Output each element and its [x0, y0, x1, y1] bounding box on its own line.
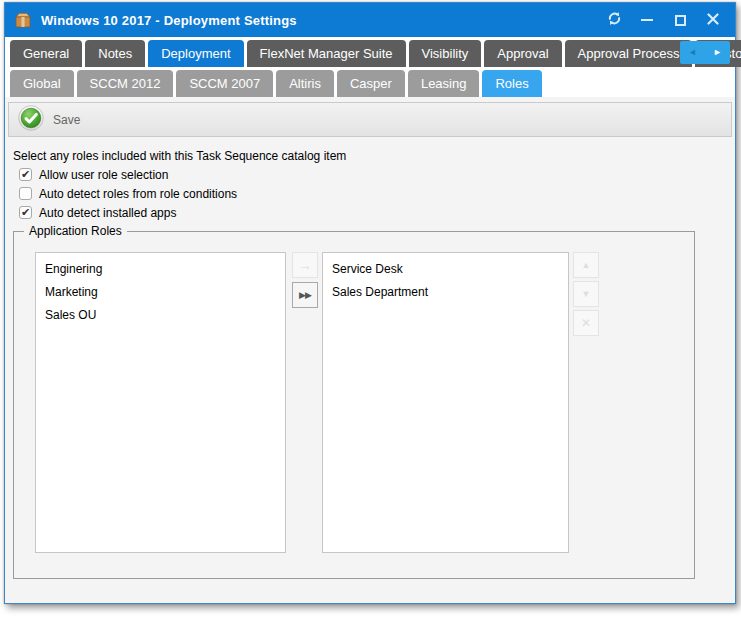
available-roles-list[interactable]: Enginering Marketing Sales OU: [35, 252, 286, 553]
available-role-item[interactable]: Marketing: [36, 281, 285, 304]
move-right-button[interactable]: →: [292, 252, 318, 278]
primary-tab[interactable]: General: [10, 40, 82, 67]
assigned-roles-list[interactable]: Service Desk Sales Department: [322, 252, 569, 553]
secondary-tab[interactable]: SCCM 2012: [77, 70, 174, 97]
secondary-tab-bar: Global SCCM 2012 SCCM 2007 Altiris Caspe…: [5, 67, 735, 97]
transfer-arrow-icon: ▶▶: [299, 291, 311, 300]
checkbox[interactable]: ✔: [19, 206, 32, 219]
move-all-right-button[interactable]: ▶▶: [292, 282, 318, 308]
available-role-item[interactable]: Sales OU: [36, 304, 285, 327]
refresh-button[interactable]: [602, 8, 626, 32]
screen: Windows 10 2017 - Deployment Settings: [0, 0, 741, 618]
minimize-button[interactable]: [635, 8, 659, 32]
move-down-button[interactable]: ▼: [573, 281, 599, 307]
save-button[interactable]: Save: [14, 103, 92, 137]
minimize-icon: [641, 19, 653, 21]
groupbox-title: Application Roles: [24, 224, 127, 238]
checkbox-label: Auto detect roles from role conditions: [39, 187, 237, 201]
transfer-arrow-icon: →: [298, 258, 312, 272]
toolbar: Save: [8, 102, 732, 137]
checkbox-group: ✔ Allow user role selection ✔ Auto detec…: [19, 165, 732, 222]
remove-button[interactable]: ✕: [573, 310, 599, 336]
checkbox-row[interactable]: ✔ Auto detect installed apps: [19, 203, 732, 222]
checkbox-row[interactable]: ✔ Auto detect roles from role conditions: [19, 184, 732, 203]
save-check-icon: [18, 105, 44, 135]
order-icon: ▲: [582, 261, 591, 270]
instruction-text: Select any roles included with this Task…: [13, 149, 732, 163]
close-icon: [707, 11, 719, 29]
package-icon: [14, 12, 32, 28]
secondary-tab[interactable]: Roles: [482, 70, 541, 97]
transfer-buttons: → ▶▶: [292, 252, 318, 308]
content-area: Save Select any roles included with this…: [5, 97, 735, 603]
assigned-role-item[interactable]: Service Desk: [323, 258, 568, 281]
check-icon: ✔: [21, 207, 30, 218]
tab-scroll-buttons: ◄ ►: [680, 41, 730, 64]
secondary-tab[interactable]: Global: [10, 70, 74, 97]
close-button[interactable]: [701, 8, 725, 32]
window-title: Windows 10 2017 - Deployment Settings: [41, 13, 297, 28]
secondary-tab[interactable]: Casper: [337, 70, 405, 97]
primary-tab-bar: General Notes Deployment FlexNet Manager…: [5, 37, 735, 67]
order-buttons: ▲ ▼ ✕: [573, 252, 599, 336]
move-up-button[interactable]: ▲: [573, 252, 599, 278]
secondary-tab[interactable]: Altiris: [276, 70, 334, 97]
titlebar[interactable]: Windows 10 2017 - Deployment Settings: [5, 3, 735, 37]
primary-tab[interactable]: Visibility: [409, 40, 482, 67]
tab-scroll-right-icon[interactable]: ►: [713, 48, 722, 57]
checkbox-label: Auto detect installed apps: [39, 206, 176, 220]
primary-tab[interactable]: Notes: [85, 40, 145, 67]
checkbox-row[interactable]: ✔ Allow user role selection: [19, 165, 732, 184]
secondary-tab[interactable]: SCCM 2007: [176, 70, 273, 97]
maximize-button[interactable]: [668, 8, 692, 32]
primary-tab[interactable]: Approval: [484, 40, 561, 67]
save-button-label: Save: [53, 113, 80, 127]
window-controls: [602, 8, 725, 32]
application-roles-groupbox: Application Roles Enginering Marketing S…: [13, 231, 695, 579]
checkbox-label: Allow user role selection: [39, 168, 168, 182]
order-icon: ✕: [581, 317, 591, 329]
secondary-tab[interactable]: Leasing: [408, 70, 480, 97]
primary-tab[interactable]: Deployment: [148, 40, 243, 67]
primary-tab[interactable]: Approval Process: [565, 40, 693, 67]
checkbox[interactable]: ✔: [19, 168, 32, 181]
maximize-icon: [675, 15, 686, 26]
checkbox[interactable]: ✔: [19, 187, 32, 200]
tab-scroll-left-icon[interactable]: ◄: [688, 48, 697, 57]
assigned-role-item[interactable]: Sales Department: [323, 281, 568, 304]
order-icon: ▼: [582, 290, 591, 299]
available-role-item[interactable]: Enginering: [36, 258, 285, 281]
refresh-icon: [607, 11, 622, 30]
deployment-settings-window: Windows 10 2017 - Deployment Settings: [4, 2, 736, 604]
primary-tab[interactable]: FlexNet Manager Suite: [247, 40, 406, 67]
check-icon: ✔: [21, 169, 30, 180]
